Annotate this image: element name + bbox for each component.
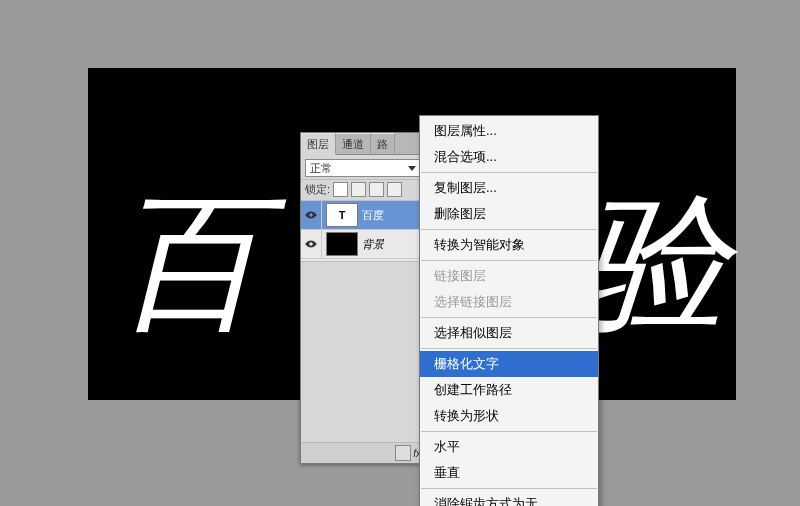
menu-item[interactable]: 转换为智能对象 (420, 232, 598, 258)
menu-item: 链接图层 (420, 263, 598, 289)
blend-mode-row: 正常 (301, 155, 425, 180)
visibility-toggle[interactable] (301, 230, 322, 258)
layer-name[interactable]: 百度 (362, 208, 384, 223)
tab-layers[interactable]: 图层 (301, 133, 336, 155)
menu-item[interactable]: 删除图层 (420, 201, 598, 227)
blend-mode-value: 正常 (310, 160, 332, 176)
chevron-down-icon (408, 166, 416, 171)
lock-all-button[interactable] (387, 182, 402, 197)
menu-item[interactable]: 转换为形状 (420, 403, 598, 429)
menu-item[interactable]: 复制图层... (420, 175, 598, 201)
layers-list: T 百度 背景 (301, 201, 425, 262)
menu-item[interactable]: 消除锯齿方式为无 (420, 491, 598, 506)
canvas-text-right: 验 (578, 188, 728, 338)
panel-tabs: 图层 通道 路 (301, 133, 425, 155)
menu-separator (421, 431, 597, 432)
menu-item[interactable]: 垂直 (420, 460, 598, 486)
layer-context-menu: 图层属性...混合选项...复制图层...删除图层转换为智能对象链接图层选择链接… (419, 115, 599, 506)
tab-paths[interactable]: 路 (371, 133, 395, 154)
visibility-toggle[interactable] (301, 201, 322, 229)
lock-pixels-button[interactable] (351, 182, 366, 197)
menu-item[interactable]: 水平 (420, 434, 598, 460)
menu-separator (421, 229, 597, 230)
link-layers-icon[interactable] (395, 445, 411, 461)
blend-mode-select[interactable]: 正常 (305, 159, 421, 177)
menu-separator (421, 317, 597, 318)
panel-footer: fx (301, 442, 425, 463)
menu-separator (421, 348, 597, 349)
menu-item[interactable]: 混合选项... (420, 144, 598, 170)
canvas-text-left: 百 (114, 188, 264, 338)
layer-row[interactable]: T 百度 (301, 201, 425, 230)
lock-label: 锁定: (305, 182, 330, 197)
layer-thumbnail[interactable] (326, 232, 358, 256)
menu-item[interactable]: 栅格化文字 (420, 351, 598, 377)
menu-item: 选择链接图层 (420, 289, 598, 315)
layer-thumbnail[interactable]: T (326, 203, 358, 227)
layer-name[interactable]: 背景 (362, 237, 384, 252)
menu-separator (421, 488, 597, 489)
menu-item[interactable]: 创建工作路径 (420, 377, 598, 403)
layers-panel: 图层 通道 路 正常 锁定: T 百度 背景 (300, 132, 426, 464)
menu-separator (421, 260, 597, 261)
lock-transparent-button[interactable] (333, 182, 348, 197)
lock-row: 锁定: (301, 180, 425, 201)
layer-row[interactable]: 背景 (301, 230, 425, 259)
tab-channels[interactable]: 通道 (336, 133, 371, 154)
menu-item[interactable]: 图层属性... (420, 118, 598, 144)
menu-separator (421, 172, 597, 173)
eye-icon (304, 239, 318, 249)
menu-item[interactable]: 选择相似图层 (420, 320, 598, 346)
eye-icon (304, 210, 318, 220)
lock-position-button[interactable] (369, 182, 384, 197)
